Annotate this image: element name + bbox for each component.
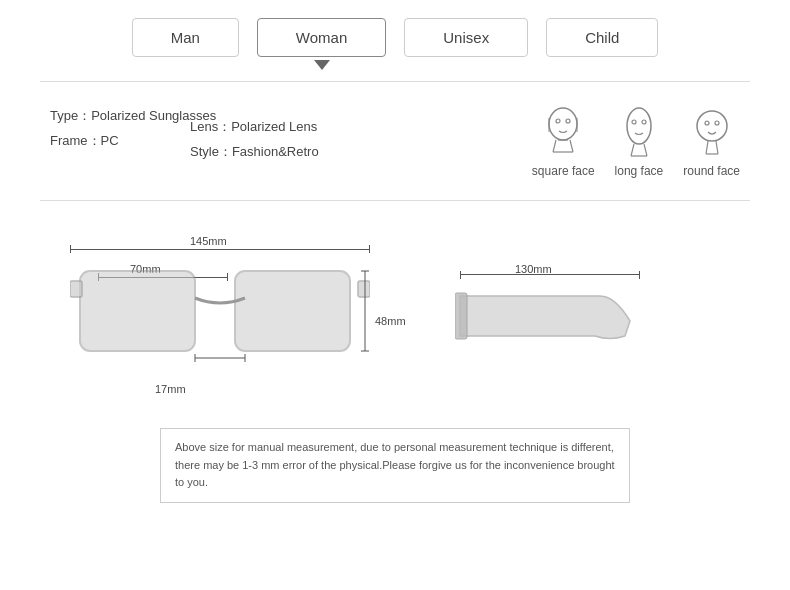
svg-point-11 bbox=[642, 120, 646, 124]
specs-text: Type：Polarized Sunglasses Frame：PC Lens：… bbox=[50, 104, 532, 165]
svg-line-18 bbox=[706, 141, 708, 154]
disclaimer-line1: Above size for manual measurement, due t… bbox=[175, 441, 614, 453]
svg-line-19 bbox=[716, 141, 718, 154]
round-face-icon bbox=[688, 104, 736, 160]
svg-rect-21 bbox=[80, 271, 195, 351]
style-label: Style：Fashion&Retro bbox=[190, 140, 532, 165]
svg-rect-22 bbox=[235, 271, 350, 351]
svg-line-4 bbox=[570, 140, 573, 152]
label-17mm: 17mm bbox=[155, 383, 186, 395]
square-face-label: square face bbox=[532, 164, 595, 178]
svg-point-16 bbox=[705, 121, 709, 125]
label-48mm: 48mm bbox=[375, 315, 406, 327]
tab-bar: Man Woman Unisex Child bbox=[0, 0, 790, 67]
svg-line-12 bbox=[631, 144, 634, 156]
svg-point-15 bbox=[697, 111, 727, 141]
face-round: round face bbox=[683, 104, 740, 178]
long-face-icon bbox=[615, 104, 663, 160]
glasses-diagram: 145mm 70mm bbox=[60, 225, 400, 410]
disclaimer-box: Above size for manual measurement, due t… bbox=[160, 428, 630, 503]
tab-man[interactable]: Man bbox=[132, 18, 239, 57]
glasses-svg bbox=[70, 253, 370, 403]
svg-rect-23 bbox=[70, 281, 82, 297]
tab-child[interactable]: Child bbox=[546, 18, 658, 57]
divider-1 bbox=[40, 81, 750, 82]
svg-line-13 bbox=[644, 144, 647, 156]
square-face-icon bbox=[539, 104, 587, 160]
tab-active-indicator bbox=[314, 60, 330, 70]
tab-woman[interactable]: Woman bbox=[257, 18, 386, 57]
svg-rect-31 bbox=[455, 293, 467, 339]
specs-row: Type：Polarized Sunglasses Frame：PC Lens：… bbox=[0, 96, 790, 186]
face-square: square face bbox=[532, 104, 595, 178]
svg-point-17 bbox=[715, 121, 719, 125]
face-long: long face bbox=[615, 104, 664, 178]
dims-section: 145mm 70mm bbox=[0, 215, 790, 420]
svg-line-3 bbox=[553, 140, 556, 152]
divider-2 bbox=[40, 200, 750, 201]
svg-point-0 bbox=[549, 108, 577, 140]
face-types: square face long face bbox=[532, 104, 740, 178]
tab-unisex[interactable]: Unisex bbox=[404, 18, 528, 57]
svg-point-2 bbox=[566, 119, 570, 123]
svg-point-10 bbox=[632, 120, 636, 124]
svg-point-9 bbox=[627, 108, 651, 144]
svg-point-1 bbox=[556, 119, 560, 123]
arm-svg bbox=[455, 281, 645, 381]
long-face-label: long face bbox=[615, 164, 664, 178]
label-145mm: 145mm bbox=[190, 235, 227, 247]
lens-label: Lens：Polarized Lens bbox=[190, 115, 532, 140]
disclaimer-line2: there may be 1-3 mm error of the physica… bbox=[175, 459, 615, 489]
svg-rect-24 bbox=[358, 281, 370, 297]
round-face-label: round face bbox=[683, 164, 740, 178]
label-130mm: 130mm bbox=[515, 263, 552, 275]
arm-diagram: 130mm bbox=[450, 263, 650, 383]
